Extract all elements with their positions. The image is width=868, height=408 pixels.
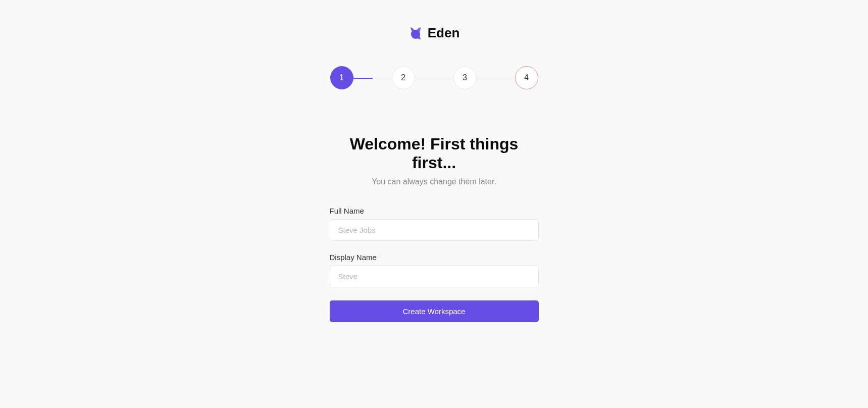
page-title: Welcome! First things first... [330, 135, 539, 172]
display-name-label: Display Name [330, 253, 539, 262]
create-workspace-button[interactable]: Create Workspace [330, 300, 539, 322]
header: Eden [409, 25, 460, 41]
brand-name: Eden [428, 25, 460, 41]
step-1[interactable]: 1 [330, 66, 353, 89]
step-3[interactable]: 3 [453, 66, 477, 89]
display-name-input[interactable] [330, 266, 539, 287]
step-connector-3 [477, 78, 515, 78]
page-subtitle: You can always change them later. [330, 177, 539, 186]
content: Welcome! First things first... You can a… [330, 135, 539, 322]
step-connector-2 [415, 78, 453, 78]
full-name-label: Full Name [330, 207, 539, 215]
full-name-input[interactable] [330, 219, 539, 241]
full-name-group: Full Name [330, 207, 539, 241]
display-name-group: Display Name [330, 253, 539, 287]
leaf-logo-icon [409, 26, 423, 40]
stepper: 1 2 3 4 [330, 66, 538, 89]
step-connector-1 [353, 78, 392, 78]
step-2[interactable]: 2 [392, 66, 415, 89]
step-4[interactable]: 4 [515, 66, 538, 89]
